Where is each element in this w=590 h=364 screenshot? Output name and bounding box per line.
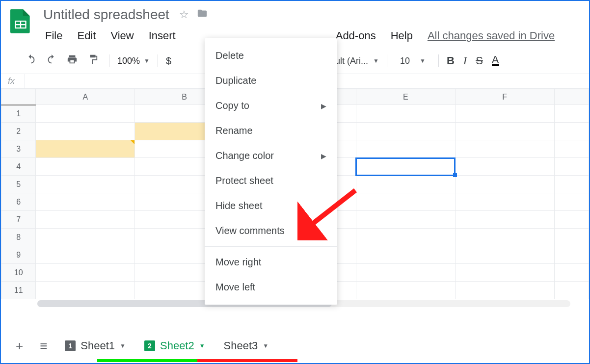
tab-label: Sheet3 (224, 339, 258, 352)
ctx-protect-sheet[interactable]: Protect sheet (205, 168, 337, 193)
tab-label: Sheet1 (80, 339, 115, 352)
row-header-1[interactable]: 1 (1, 105, 36, 123)
svg-rect-2 (21, 22, 25, 24)
sheet-context-menu: Delete Duplicate Copy to▶ Rename Change … (205, 38, 337, 305)
col-header-extra[interactable] (554, 89, 589, 105)
paint-format-icon[interactable] (84, 52, 101, 70)
redo-icon[interactable] (43, 52, 60, 70)
ctx-view-comments[interactable]: View comments (205, 218, 337, 243)
print-icon[interactable] (64, 52, 80, 70)
undo-icon[interactable] (23, 52, 39, 70)
fx-label: fx (1, 74, 25, 88)
menu-addons[interactable]: Add-ons (335, 27, 377, 44)
star-icon[interactable]: ☆ (179, 8, 189, 21)
tab-dropdown-icon[interactable]: ▼ (120, 342, 126, 349)
tab-dropdown-icon[interactable]: ▼ (263, 342, 268, 349)
strike-button[interactable]: S (476, 54, 483, 67)
menu-help[interactable]: Help (390, 27, 414, 44)
menu-insert[interactable]: Insert (148, 27, 177, 44)
row-header-2[interactable]: 2 (1, 123, 36, 140)
currency-format-button[interactable]: $ (166, 55, 171, 67)
menu-file[interactable]: File (44, 27, 63, 44)
font-size-select[interactable]: 10▼ (400, 56, 426, 66)
sheet-tabs-bar: + ≡ 1 Sheet1 ▼ 2 Sheet2 ▼ Sheet3 ▼ (1, 333, 589, 359)
svg-rect-1 (16, 22, 20, 24)
header: Untitled spreadsheet ☆ File Edit View In… (1, 1, 589, 44)
save-status[interactable]: All changes saved in Drive (427, 27, 556, 44)
row-header-8[interactable]: 8 (1, 229, 36, 246)
col-header-F[interactable]: F (455, 89, 554, 105)
tab-badge-icon: 2 (144, 340, 155, 351)
svg-rect-3 (16, 25, 20, 27)
ctx-rename[interactable]: Rename (205, 118, 337, 143)
ctx-duplicate[interactable]: Duplicate (205, 68, 337, 93)
row-header-6[interactable]: 6 (1, 193, 36, 211)
all-sheets-button[interactable]: ≡ (34, 337, 53, 356)
tab-sheet1[interactable]: 1 Sheet1 ▼ (58, 336, 133, 356)
sheets-logo-icon (7, 7, 34, 34)
tab-dropdown-icon[interactable]: ▼ (199, 342, 205, 349)
add-sheet-button[interactable]: + (10, 337, 29, 356)
ctx-change-color[interactable]: Change color▶ (205, 143, 337, 168)
menu-view[interactable]: View (109, 27, 134, 44)
menu-edit[interactable]: Edit (76, 27, 97, 44)
zoom-select[interactable]: 100%▼ (117, 56, 150, 66)
row-header-9[interactable]: 9 (1, 246, 36, 264)
ctx-move-left[interactable]: Move left (205, 275, 337, 300)
ctx-copy-to[interactable]: Copy to▶ (205, 93, 337, 118)
text-color-button[interactable]: A (492, 55, 499, 67)
row-header-7[interactable]: 7 (1, 211, 36, 229)
row-header-3[interactable]: 3 (1, 140, 36, 158)
row-header-10[interactable]: 10 (1, 264, 36, 282)
submenu-arrow-icon: ▶ (321, 102, 326, 110)
col-header-A[interactable]: A (36, 89, 135, 105)
italic-button[interactable]: I (463, 54, 467, 67)
cell[interactable] (36, 105, 135, 123)
tab-label: Sheet2 (160, 339, 194, 352)
row-header-5[interactable]: 5 (1, 176, 36, 193)
tab-sheet2[interactable]: 2 Sheet2 ▼ (137, 336, 212, 356)
tab-sheet3[interactable]: Sheet3 ▼ (217, 336, 276, 356)
select-all-corner[interactable] (1, 89, 36, 105)
ctx-move-right[interactable]: Move right (205, 250, 337, 275)
row-header-4[interactable]: 4 (1, 158, 36, 176)
row-header-11[interactable]: 11 (1, 282, 36, 299)
col-header-E[interactable]: E (356, 89, 455, 105)
document-title[interactable]: Untitled spreadsheet (40, 5, 172, 25)
ctx-hide-sheet[interactable]: Hide sheet (205, 193, 337, 218)
folder-icon[interactable] (196, 8, 209, 22)
submenu-arrow-icon: ▶ (321, 152, 326, 160)
annotation-underline-red (197, 359, 297, 362)
svg-rect-4 (21, 25, 25, 27)
ctx-delete[interactable]: Delete (205, 43, 337, 68)
bold-button[interactable]: B (447, 54, 455, 67)
cell-A3-highlighted[interactable] (36, 140, 135, 158)
cell-E4-selected[interactable] (356, 158, 455, 176)
tab-badge-icon: 1 (65, 340, 76, 351)
annotation-underline-green (97, 359, 197, 362)
